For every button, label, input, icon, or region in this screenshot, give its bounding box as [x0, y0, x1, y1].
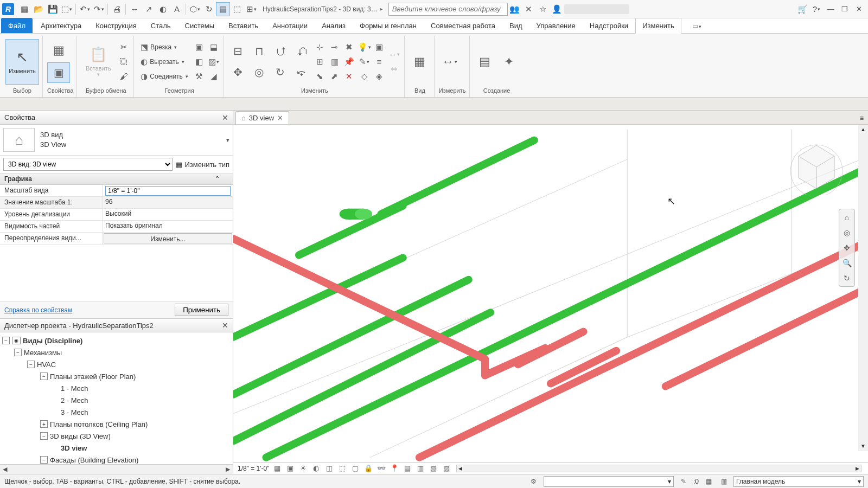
linework2-icon[interactable]: ≡: [373, 55, 386, 68]
offset-icon[interactable]: ⊓: [250, 41, 269, 61]
measure-tool-icon[interactable]: ↔▾: [439, 51, 461, 73]
browser-hscroll[interactable]: ◀ ▶: [0, 464, 233, 474]
zoom-icon[interactable]: 🔍: [841, 257, 853, 269]
scroll-down-icon[interactable]: ▼: [858, 441, 868, 451]
cope-button[interactable]: ⬔Врезка▾: [138, 41, 190, 54]
scroll-up-icon[interactable]: ▲: [858, 125, 868, 134]
tab-steel[interactable]: Сталь: [144, 18, 178, 33]
worksets-icon[interactable]: ▧: [428, 464, 439, 473]
close-icon[interactable]: ✕: [222, 321, 228, 330]
instance-select[interactable]: 3D вид: 3D view: [3, 158, 173, 171]
parts-vis-value[interactable]: Показать оригинал: [103, 221, 233, 232]
tree-node[interactable]: 3D view: [1, 442, 232, 454]
view-scale-input[interactable]: [105, 186, 231, 196]
copy-icon[interactable]: ⿻: [117, 55, 130, 68]
paste-button[interactable]: 📋 Вставить ▾: [81, 39, 115, 85]
trim-icon[interactable]: ⤽: [292, 62, 311, 82]
view-menu-icon[interactable]: ≡: [856, 112, 868, 124]
switch-icon[interactable]: ⊞▾: [244, 2, 258, 16]
visual-style-icon[interactable]: ▣: [285, 464, 296, 473]
match-icon[interactable]: 🖌: [117, 70, 130, 83]
lock-icon[interactable]: 🔒: [363, 464, 374, 473]
wall-opening-icon[interactable]: ▣: [193, 41, 206, 54]
cut-icon[interactable]: ✂: [117, 41, 130, 54]
section-icon[interactable]: ↻: [202, 2, 216, 16]
tab-manage[interactable]: Управление: [529, 18, 583, 33]
tree-node[interactable]: −Фасады (Building Elevation): [1, 454, 232, 464]
view-cube[interactable]: [787, 136, 846, 195]
reveal-icon[interactable]: 📍: [389, 464, 400, 473]
minimize-button[interactable]: —: [824, 2, 838, 16]
search-input[interactable]: [388, 3, 508, 16]
ribbon-collapse-icon[interactable]: ▭▾: [688, 19, 706, 33]
tree-node[interactable]: −◉Виды (Discipline): [1, 335, 232, 346]
mirror-axis-icon[interactable]: ⮍: [271, 41, 290, 61]
split-icon[interactable]: ⊹: [314, 41, 327, 54]
tab-massing[interactable]: Формы и генплан: [353, 18, 424, 33]
workset-icon[interactable]: ⚙: [528, 476, 539, 487]
editable-only-icon[interactable]: ▥: [718, 476, 729, 487]
rotate-icon[interactable]: ↻: [271, 62, 290, 82]
hide-icon[interactable]: ▦: [409, 51, 431, 73]
move-icon[interactable]: ✥: [228, 62, 248, 82]
split-gap-icon[interactable]: ⊸: [328, 41, 341, 54]
tag-element-icon[interactable]: ▣: [373, 41, 386, 54]
delete-icon[interactable]: ✕: [343, 70, 356, 83]
close-icon[interactable]: ✕: [222, 113, 228, 122]
array-icon[interactable]: ⊞: [314, 55, 327, 68]
override-icon[interactable]: ◇: [358, 70, 371, 83]
tab-addins[interactable]: Надстройки: [583, 18, 635, 33]
scroll-left-icon[interactable]: ◀: [0, 466, 10, 473]
dimension-icon[interactable]: ↗: [142, 2, 156, 16]
3d-canvas[interactable]: ↖ ⌂ ◎ ✥ 🔍 ↻ ▲ ▼: [233, 125, 868, 462]
detail-level-value[interactable]: Высокий: [103, 209, 233, 220]
favorite-icon[interactable]: ☆: [536, 2, 550, 16]
line-style-icon[interactable]: 💡▾: [358, 41, 371, 54]
notch-icon[interactable]: ⬓: [207, 41, 220, 54]
linework-icon[interactable]: ✎▾: [358, 55, 371, 68]
demolish-icon[interactable]: ⚒: [193, 70, 206, 83]
canvas-hscroll[interactable]: ◀ ▶: [456, 465, 861, 472]
model-select[interactable]: Главная модель▾: [733, 476, 864, 487]
bevel-icon[interactable]: ◢: [207, 70, 220, 83]
user-icon[interactable]: 👤: [550, 2, 564, 16]
tree-node[interactable]: 3 - Mech: [1, 406, 232, 418]
tree-node[interactable]: −Механизмы: [1, 346, 232, 358]
cart-icon[interactable]: 🛒: [795, 2, 809, 16]
tab-structure[interactable]: Конструкция: [88, 18, 143, 33]
print-icon[interactable]: 🖨: [110, 2, 124, 16]
open-icon[interactable]: 📂: [31, 2, 46, 16]
extend2-icon[interactable]: ⇔: [388, 62, 401, 75]
edit-type-button[interactable]: ▦ Изменить тип: [176, 160, 229, 169]
crop-icon[interactable]: ⬚: [337, 464, 348, 473]
shadows-icon[interactable]: ◐: [311, 464, 322, 473]
close-button[interactable]: ✕: [852, 2, 866, 16]
rendering-icon[interactable]: ◫: [324, 464, 335, 473]
tab-view[interactable]: Вид: [502, 18, 529, 33]
steering-wheel-icon[interactable]: ◎: [841, 227, 853, 239]
restore-button[interactable]: ❐: [838, 2, 852, 16]
split-face-icon[interactable]: ◧: [193, 55, 206, 68]
align-icon[interactable]: ⊟: [228, 41, 248, 61]
exchange-icon[interactable]: ✕: [522, 2, 536, 16]
sync-icon[interactable]: ⬚▾: [60, 2, 74, 16]
tree-node[interactable]: −Планы этажей (Floor Plan): [1, 370, 232, 382]
chevron-right-icon[interactable]: ▸: [380, 5, 383, 12]
tree-node[interactable]: +Планы потолков (Ceiling Plan): [1, 418, 232, 430]
scroll-right-icon[interactable]: ▶: [853, 465, 861, 472]
tab-insert[interactable]: Вставить: [221, 18, 265, 33]
orbit-icon[interactable]: ↻: [841, 272, 853, 284]
create-group-icon[interactable]: ✦: [498, 51, 520, 73]
temp-hide-icon[interactable]: 👓: [376, 464, 387, 473]
sun-path-icon[interactable]: ☀: [298, 464, 309, 473]
cut-geom-button[interactable]: ◐Вырезать▾: [138, 55, 190, 68]
extend-corner-icon[interactable]: ⬊: [314, 70, 327, 83]
scroll-left-icon[interactable]: ◀: [457, 465, 464, 472]
displacement-icon[interactable]: ▨: [441, 464, 452, 473]
tab-modify[interactable]: Изменить: [635, 18, 681, 34]
paint-icon[interactable]: ▨▾: [207, 55, 220, 68]
workset-select[interactable]: ▾: [544, 476, 674, 487]
type-properties-icon[interactable]: ▣: [47, 62, 70, 83]
analytical-icon[interactable]: ▤: [402, 464, 413, 473]
tab-systems[interactable]: Системы: [178, 18, 221, 33]
